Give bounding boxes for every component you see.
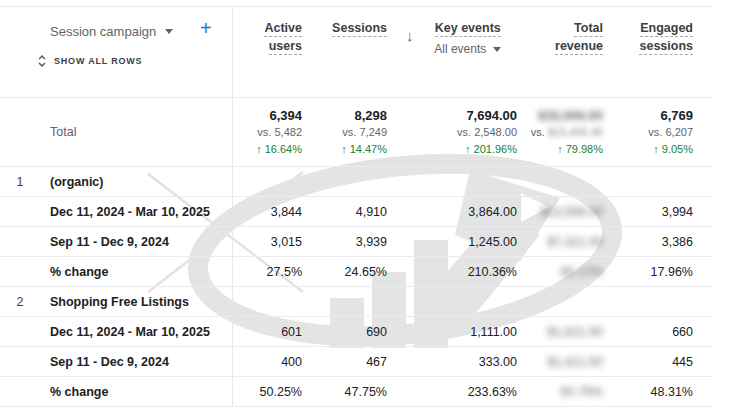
column-header-active_users[interactable]: Activeusers: [232, 7, 307, 97]
empty-cell: [522, 287, 608, 316]
empty-cell: [307, 167, 392, 196]
column-header-total_revenue[interactable]: Totalrevenue: [522, 7, 608, 97]
metric-value: 3,864.00: [468, 205, 517, 219]
metric-value-cell: 27.5%: [232, 257, 307, 286]
total-metric-vs: vs. 6,207: [648, 126, 693, 139]
dimension-selector[interactable]: Session campaign: [50, 24, 173, 39]
show-all-rows-button[interactable]: SHOW ALL ROWS: [36, 54, 232, 68]
column-divider: [232, 7, 233, 406]
column-header-engaged_sessions[interactable]: Engagedsessions: [608, 7, 698, 97]
metric-value-cell: 690: [307, 317, 392, 346]
comparison-row: % change50.25%47.75%233.63%50.75%48.31%: [0, 377, 712, 407]
total-metric-change: ↑ 14.47%: [341, 143, 387, 156]
row-index-spacer: [0, 257, 40, 286]
metric-value-cell: 1,245.00: [392, 227, 522, 256]
metric-value-cell: 85.17%: [522, 257, 608, 286]
ga-comparison-table-screenshot: Session campaign + SHOW ALL ROWS Activeu…: [0, 0, 732, 413]
total-metric-change: ↑ 79.98%: [557, 143, 603, 156]
column-header-label: users: [269, 40, 302, 55]
comparison-row: Sep 11 - Dec 9, 20243,0153,9391,245.00$7…: [0, 227, 712, 257]
chevron-down-icon: [493, 47, 501, 52]
group-header-row: 1(organic): [0, 167, 712, 197]
metric-value: 27.5%: [267, 265, 302, 279]
total-row-index-spacer: [0, 98, 40, 166]
column-header-label: Active: [264, 22, 302, 37]
empty-cell: [232, 167, 307, 196]
add-dimension-button[interactable]: +: [200, 18, 212, 38]
table-body: 1(organic)Dec 11, 2024 - Mar 10, 20253,8…: [0, 167, 712, 407]
column-header-label: Key events: [435, 22, 501, 37]
row-label: % change: [40, 377, 232, 406]
empty-cell: [232, 287, 307, 316]
metric-value: 467: [366, 355, 387, 369]
empty-cell: [392, 287, 522, 316]
metric-value-cell: 47.75%: [307, 377, 392, 406]
metric-value-redacted: 50.75%: [561, 385, 603, 399]
all-events-filter[interactable]: All events: [434, 42, 501, 56]
metric-value: 3,994: [662, 205, 693, 219]
total-row-filler: [698, 98, 712, 166]
metric-value-cell: 17.96%: [608, 257, 698, 286]
empty-cell: [608, 287, 698, 316]
column-header-label: sessions: [639, 40, 693, 55]
row-filler: [698, 197, 712, 226]
group-header-row: 2Shopping Free Listings: [0, 287, 712, 317]
metric-value-cell: 3,844: [232, 197, 307, 226]
metric-value: 1,111.00: [470, 325, 517, 339]
metric-value: 17.96%: [651, 265, 693, 279]
row-label: Sep 11 - Dec 9, 2024: [40, 347, 232, 376]
metric-value: 210.36%: [468, 265, 517, 279]
comparison-row: Dec 11, 2024 - Mar 10, 20256016901,111.0…: [0, 317, 712, 347]
metric-value-redacted: $7,321.00: [547, 235, 603, 249]
empty-cell: [522, 167, 608, 196]
row-index-spacer: [0, 197, 40, 226]
metric-value-cell: 601: [232, 317, 307, 346]
empty-cell: [392, 167, 522, 196]
metric-value-cell: 210.36%: [392, 257, 522, 286]
total-metric-value: 6,394: [269, 109, 302, 123]
group-name: Shopping Free Listings: [40, 287, 232, 316]
metric-value: 4,910: [356, 205, 387, 219]
report-table: Session campaign + SHOW ALL ROWS Activeu…: [0, 6, 712, 407]
total-metric-vs: vs. 7,249: [342, 126, 387, 139]
metric-value-cell: 333.00: [392, 347, 522, 376]
metric-value-cell: 3,939: [307, 227, 392, 256]
metric-value-cell: 50.75%: [522, 377, 608, 406]
total-metric-vs: vs. 5,482: [257, 126, 302, 139]
column-header-label: Sessions: [332, 22, 387, 37]
total-metric-value: 7,694.00: [466, 109, 517, 123]
all-events-filter-label: All events: [434, 42, 486, 56]
row-filler: [698, 167, 712, 196]
metric-value-cell: 48.31%: [608, 377, 698, 406]
metric-value: 48.31%: [651, 385, 693, 399]
dimension-selector-label: Session campaign: [50, 24, 156, 39]
row-filler: [698, 377, 712, 406]
column-header-label: Engaged: [640, 22, 693, 37]
metric-value: 3,939: [356, 235, 387, 249]
total-metric-vs: vs. 2,548.00: [457, 126, 517, 139]
row-filler: [698, 317, 712, 346]
metric-value-redacted: $13,556.00: [540, 205, 603, 219]
vs-prefix: vs.: [531, 126, 548, 138]
metric-value: 690: [366, 325, 387, 339]
group-name: (organic): [40, 167, 232, 196]
metric-value-cell: 3,015: [232, 227, 307, 256]
row-number: 1: [0, 167, 40, 196]
column-header-sessions[interactable]: Sessions: [307, 7, 392, 97]
metric-value: 24.65%: [345, 265, 387, 279]
metric-value: 3,015: [271, 235, 302, 249]
total-row-label: Total: [40, 125, 232, 139]
row-index-spacer: [0, 347, 40, 376]
metric-value-cell: 24.65%: [307, 257, 392, 286]
row-filler: [698, 227, 712, 256]
metric-value-cell: $7,321.00: [522, 227, 608, 256]
sort-down-icon: ↓: [406, 27, 414, 44]
total-metric-cell: $35,006.00vs. $15,455.45↑ 79.98%: [522, 98, 608, 166]
metric-value-cell: 3,864.00: [392, 197, 522, 226]
metric-value-cell: 233.63%: [392, 377, 522, 406]
total-metric-change: ↑ 201.96%: [465, 143, 517, 156]
total-metric-cell: 7,694.00vs. 2,548.00↑ 201.96%: [392, 98, 522, 166]
column-header-key_events[interactable]: ↓Key eventsAll events: [392, 7, 522, 97]
header-controls: Session campaign + SHOW ALL ROWS: [0, 7, 232, 97]
total-metric-cell: 6,769vs. 6,207↑ 9.05%: [608, 98, 698, 166]
